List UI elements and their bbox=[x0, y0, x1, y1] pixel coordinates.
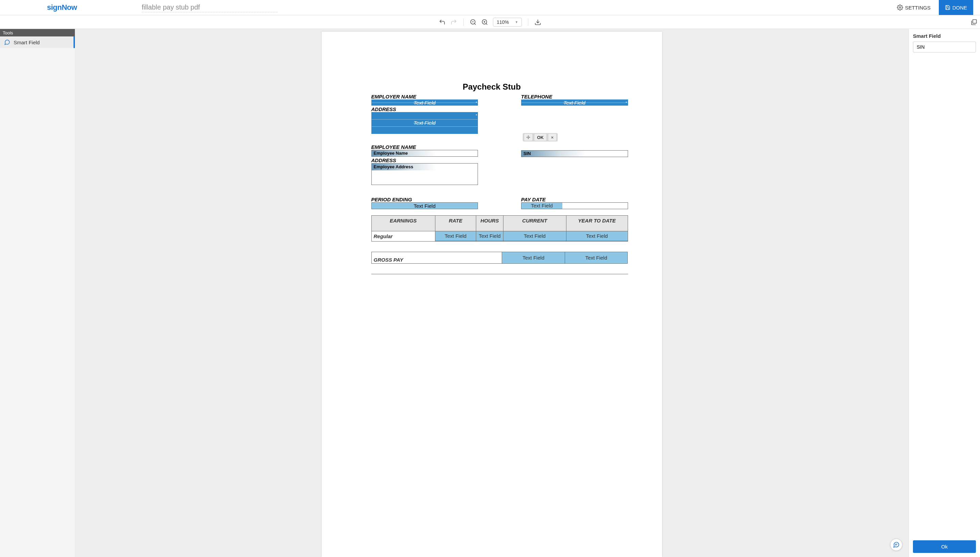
th-ytd: YEAR TO DATE bbox=[566, 216, 628, 231]
label-employee-name: EMPLOYEE NAME bbox=[372, 144, 478, 150]
smart-field-name-input[interactable] bbox=[913, 42, 976, 52]
done-button[interactable]: DONE bbox=[939, 0, 973, 15]
label-employer-name: EMPLOYER NAME bbox=[372, 94, 478, 99]
page-title: Paycheck Stub bbox=[322, 32, 662, 92]
label-employee-address: ADDRESS bbox=[372, 157, 478, 163]
field-rate[interactable]: Text Field bbox=[435, 231, 476, 241]
app-logo: signNow bbox=[47, 3, 77, 12]
field-employer-address[interactable]: Text Field* bbox=[372, 112, 478, 134]
field-hours[interactable]: Text Field bbox=[476, 231, 503, 241]
undo-button[interactable] bbox=[439, 19, 446, 26]
field-ok-button[interactable]: OK bbox=[534, 134, 547, 141]
tools-header: Tools bbox=[0, 29, 75, 36]
field-pay-date[interactable]: Text Field bbox=[521, 202, 628, 209]
settings-label: SETTINGS bbox=[905, 5, 931, 11]
redo-button[interactable] bbox=[450, 19, 457, 26]
th-hours: HOURS bbox=[476, 216, 503, 231]
done-label: DONE bbox=[952, 5, 967, 11]
toolbar-divider bbox=[463, 18, 464, 26]
th-earnings: EARNINGS bbox=[372, 216, 435, 231]
chat-icon bbox=[893, 541, 900, 548]
chat-bubble-icon bbox=[4, 39, 10, 45]
move-handle[interactable] bbox=[524, 134, 532, 141]
toolbar-divider bbox=[528, 18, 528, 26]
ok-button[interactable]: Ok bbox=[913, 540, 976, 553]
field-gross-current[interactable]: Text Field bbox=[502, 252, 565, 264]
th-current: CURRENT bbox=[503, 216, 566, 231]
download-button[interactable] bbox=[534, 19, 541, 26]
label-pay-date: PAY DATE bbox=[521, 197, 628, 202]
earnings-table: EARNINGS RATE HOURS CURRENT YEAR TO DATE… bbox=[372, 215, 628, 241]
panel-title: Smart Field bbox=[913, 33, 976, 39]
field-telephone[interactable]: Text Field* bbox=[521, 99, 628, 106]
pages-panel-button[interactable] bbox=[970, 19, 977, 26]
svg-rect-9 bbox=[973, 20, 977, 23]
svg-line-2 bbox=[474, 23, 476, 24]
document-name-input[interactable]: fillable pay stub pdf bbox=[141, 3, 278, 12]
app-header: signNow fillable pay stub pdf SETTINGS D… bbox=[0, 0, 980, 15]
field-period-ending[interactable]: Text Field bbox=[372, 202, 478, 209]
field-sin[interactable]: SIN bbox=[521, 150, 628, 157]
row-label-regular: Regular bbox=[372, 232, 435, 241]
settings-button[interactable]: SETTINGS bbox=[892, 2, 935, 13]
label-telephone: TELEPHONE bbox=[521, 94, 628, 99]
zoom-dropdown[interactable]: 110% ▼ bbox=[493, 18, 522, 26]
label-gross-pay: GROSS PAY bbox=[372, 252, 503, 264]
zoom-value: 110% bbox=[496, 20, 509, 25]
save-icon bbox=[945, 5, 951, 10]
table-header-row: EARNINGS RATE HOURS CURRENT YEAR TO DATE bbox=[372, 216, 628, 231]
field-current[interactable]: Text Field bbox=[503, 231, 566, 241]
field-ytd[interactable]: Text Field bbox=[566, 231, 628, 241]
document-canvas[interactable]: Paycheck Stub EMPLOYER NAME Text Field* … bbox=[75, 29, 909, 557]
gear-icon bbox=[897, 5, 903, 11]
svg-point-0 bbox=[899, 7, 900, 8]
th-rate: RATE bbox=[435, 216, 476, 231]
chevron-down-icon: ▼ bbox=[515, 20, 518, 24]
field-gross-ytd[interactable]: Text Field bbox=[565, 252, 628, 264]
zoom-in-button[interactable] bbox=[481, 19, 488, 26]
table-row: Regular Text Field Text Field Text Field… bbox=[372, 231, 628, 241]
field-close-button[interactable] bbox=[548, 134, 556, 141]
field-employee-address[interactable]: Employee Address bbox=[372, 163, 478, 185]
field-employee-name[interactable]: Employee Name bbox=[372, 150, 478, 157]
editor-toolbar: 110% ▼ bbox=[0, 15, 980, 29]
label-employer-address: ADDRESS bbox=[372, 106, 478, 112]
tool-smart-field[interactable]: Smart Field bbox=[0, 36, 75, 48]
chat-fab-button[interactable] bbox=[890, 539, 902, 551]
left-tools-panel: Tools Smart Field bbox=[0, 29, 75, 557]
tool-label: Smart Field bbox=[14, 39, 40, 45]
gross-pay-row: GROSS PAY Text Field Text Field bbox=[372, 252, 628, 264]
label-period-ending: PERIOD ENDING bbox=[372, 197, 478, 202]
svg-line-5 bbox=[486, 23, 487, 24]
zoom-out-button[interactable] bbox=[470, 19, 477, 26]
right-properties-panel: Smart Field Ok bbox=[909, 29, 980, 557]
field-inline-toolbar: OK bbox=[523, 133, 558, 142]
field-employer-name[interactable]: Text Field* bbox=[372, 99, 478, 106]
document-page: Paycheck Stub EMPLOYER NAME Text Field* … bbox=[322, 32, 662, 557]
